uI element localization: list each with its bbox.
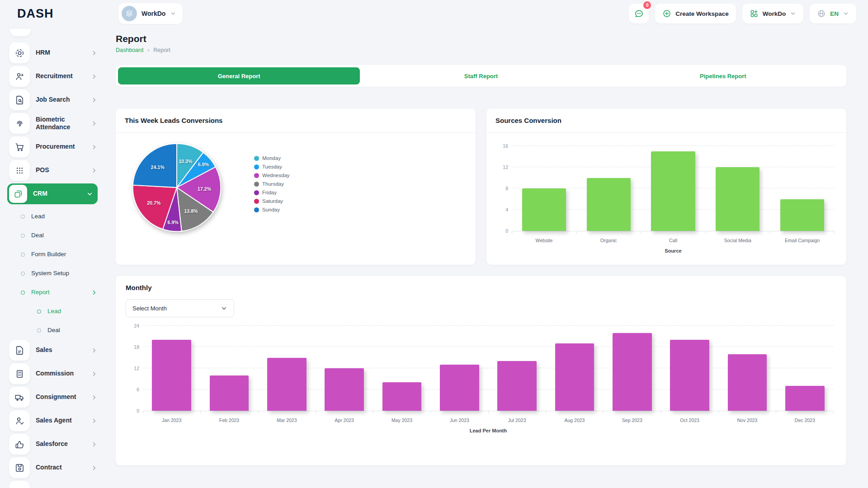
bar-email-campaign[interactable] bbox=[780, 199, 824, 231]
recruitment-icon bbox=[9, 66, 30, 87]
pie-slice-value: 10.3% bbox=[179, 159, 193, 164]
sidebar-item-recruitment[interactable]: Recruitment bbox=[9, 66, 98, 87]
sidebar-subitem-form-builder[interactable]: Form Builder bbox=[9, 245, 98, 264]
sidebar-item-partial bbox=[10, 29, 31, 36]
bar-mar-2023[interactable] bbox=[267, 358, 307, 411]
dash-logo[interactable]: DASH bbox=[0, 7, 104, 21]
tab-general-report[interactable]: General Report bbox=[118, 67, 360, 84]
legend-item-sunday[interactable]: Sunday bbox=[254, 207, 290, 212]
page-title: Report bbox=[116, 33, 846, 44]
contract-icon bbox=[9, 457, 30, 478]
bar-dec-2023[interactable] bbox=[785, 386, 825, 411]
sidebar-item-sales[interactable]: Sales bbox=[9, 340, 98, 361]
sidebar-item-pos[interactable]: POS bbox=[9, 160, 98, 181]
x-tick-label: Aug 2023 bbox=[546, 418, 603, 423]
messages-button[interactable]: 0 bbox=[629, 4, 649, 23]
sources-conversion-card: Sources Conversion 0481216WebsiteOrganic… bbox=[486, 108, 846, 265]
workspace-menu[interactable]: WorkDo bbox=[742, 4, 804, 23]
chat-icon bbox=[634, 9, 644, 19]
legend-item-thursday[interactable]: Thursday bbox=[254, 181, 290, 187]
bar-jan-2023[interactable] bbox=[152, 340, 191, 411]
sidebar-item-salesforce[interactable]: Salesforce bbox=[9, 434, 98, 455]
legend-label: Tuesday bbox=[262, 164, 282, 169]
sidebar-item-contract[interactable]: Contract bbox=[9, 457, 98, 478]
sidebar-subitem-lead[interactable]: Lead bbox=[9, 302, 98, 321]
sidebar-item-biometric-attendance[interactable]: Biometric Attendance bbox=[9, 113, 98, 134]
legend-item-tuesday[interactable]: Tuesday bbox=[254, 164, 290, 169]
legend-item-monday[interactable]: Monday bbox=[254, 155, 290, 161]
bar-website[interactable] bbox=[522, 188, 566, 231]
x-axis-title: Lead Per Month bbox=[143, 428, 834, 433]
sidebar-item-hrm[interactable]: HRM bbox=[9, 42, 98, 63]
sidebar-subitem-deal[interactable]: Deal bbox=[9, 226, 98, 245]
bullet-circle-icon bbox=[37, 310, 41, 314]
pos-icon bbox=[9, 160, 30, 181]
sidebar-subitem-lead[interactable]: Lead bbox=[9, 207, 98, 226]
top-header: DASH WorkDo 0 Create Workspace WorkDo EN bbox=[0, 0, 868, 27]
tab-pipelines-report[interactable]: Pipelines Report bbox=[602, 67, 844, 84]
y-tick-label: 12 bbox=[495, 164, 508, 170]
bar-may-2023[interactable] bbox=[382, 382, 422, 411]
card-title: Monthly bbox=[116, 284, 162, 291]
gridline: 16 bbox=[512, 145, 835, 146]
sources-bar-chart: 0481216WebsiteOrganicCallSocial MediaEma… bbox=[512, 146, 835, 253]
chevron-right-icon bbox=[91, 394, 98, 401]
bar-sep-2023[interactable] bbox=[613, 333, 652, 411]
create-workspace-button[interactable]: Create Workspace bbox=[655, 4, 736, 23]
bar-social-media[interactable] bbox=[716, 167, 760, 231]
legend-dot-icon bbox=[254, 164, 259, 169]
sidebar-item-label: Consignment bbox=[36, 393, 85, 401]
leads-conversions-card: This Week Leads Conversions 10.3%6.9%17.… bbox=[116, 108, 476, 265]
bar-jun-2023[interactable] bbox=[440, 365, 479, 411]
chevron-right-icon bbox=[91, 167, 98, 174]
bar-call[interactable] bbox=[651, 151, 695, 231]
legend-dot-icon bbox=[254, 182, 259, 187]
logo-text: DASH bbox=[17, 7, 54, 21]
sidebar-item-crm[interactable]: CRM bbox=[7, 183, 98, 204]
legend-item-saturday[interactable]: Saturday bbox=[254, 198, 290, 204]
bar-apr-2023[interactable] bbox=[325, 368, 364, 411]
leads-pie-chart[interactable]: 10.3%6.9%17.2%13.8%6.9%20.7%24.1% bbox=[128, 139, 225, 238]
sidebar-item-commission[interactable]: Commission bbox=[9, 363, 98, 384]
breadcrumb-dashboard-link[interactable]: Dashboard bbox=[116, 47, 143, 53]
bar-aug-2023[interactable] bbox=[555, 343, 594, 411]
legend-dot-icon bbox=[254, 207, 259, 212]
language-selector[interactable]: EN bbox=[810, 4, 856, 23]
apps-grid-icon bbox=[750, 9, 759, 18]
language-code: EN bbox=[830, 10, 839, 17]
sidebar-item-procurement[interactable]: Procurement bbox=[9, 136, 98, 157]
globe-icon bbox=[817, 9, 826, 18]
pie-slice-value: 24.1% bbox=[151, 164, 165, 170]
bar-feb-2023[interactable] bbox=[210, 375, 249, 411]
sidebar-item-indiamart[interactable]: Indiamart bbox=[9, 481, 98, 488]
sidebar-item-consignment[interactable]: Consignment bbox=[9, 387, 98, 408]
sidebar-item-label: HRM bbox=[36, 49, 85, 57]
legend-item-friday[interactable]: Friday bbox=[254, 190, 290, 195]
chart-plot-area: 0481216 bbox=[512, 146, 835, 231]
sidebar-subitem-label: Deal bbox=[47, 327, 98, 334]
sidebar-item-sales-agent[interactable]: Sales Agent bbox=[9, 410, 98, 431]
sidebar-subitem-label: Deal bbox=[31, 232, 98, 239]
bar-nov-2023[interactable] bbox=[728, 354, 767, 411]
salesforce-icon bbox=[9, 434, 30, 455]
bar-organic[interactable] bbox=[587, 178, 631, 231]
select-month-dropdown[interactable]: Select Month bbox=[126, 299, 234, 317]
bar-jul-2023[interactable] bbox=[497, 361, 537, 411]
chevron-right-icon bbox=[91, 441, 98, 448]
sidebar-item-label: Contract bbox=[36, 464, 85, 472]
messages-badge: 0 bbox=[643, 1, 651, 9]
sidebar-subitem-label: System Setup bbox=[31, 270, 98, 277]
legend-item-wednesday[interactable]: Wednesday bbox=[254, 173, 290, 178]
x-tick-label: Jan 2023 bbox=[143, 418, 200, 423]
sidebar-item-label: Sales bbox=[36, 346, 85, 354]
main-content: Report Dashboard › Report General Report… bbox=[104, 27, 868, 488]
sidebar-subitem-system-setup[interactable]: System Setup bbox=[9, 264, 98, 283]
x-axis-ticks bbox=[143, 411, 834, 413]
tab-staff-report[interactable]: Staff Report bbox=[360, 67, 602, 84]
bullet-circle-icon bbox=[37, 328, 41, 333]
workspace-switcher[interactable]: WorkDo bbox=[118, 3, 183, 24]
bar-oct-2023[interactable] bbox=[670, 340, 709, 411]
sidebar-item-job-search[interactable]: Job Search bbox=[9, 89, 98, 110]
sidebar-subitem-deal[interactable]: Deal bbox=[9, 321, 98, 340]
sidebar-subitem-report[interactable]: Report bbox=[9, 283, 98, 302]
